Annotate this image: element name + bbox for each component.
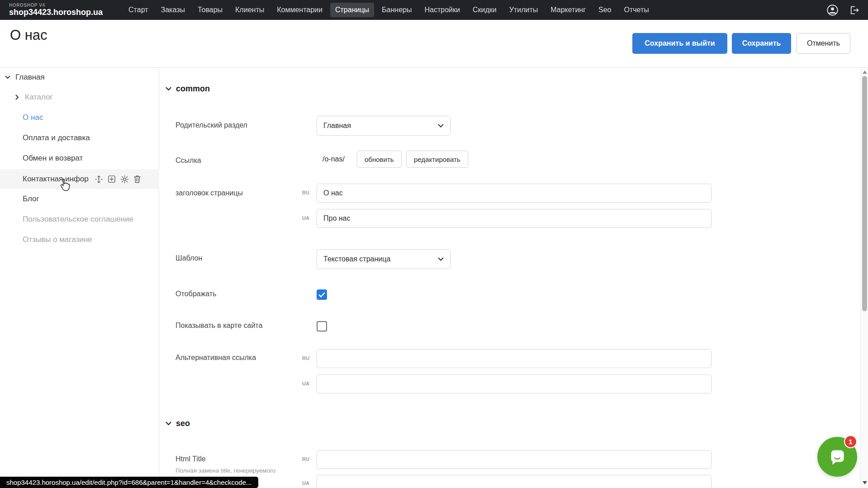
delete-trash-icon[interactable] [133,175,142,184]
lang-tag-ua: UA [299,381,313,386]
cancel-button[interactable]: Отменить [797,33,850,54]
top-nav-bar: HOROSHOP V4 shop34423.horoshop.ua Старт … [0,0,868,20]
nav-item-comments[interactable]: Комментарии [272,3,327,17]
lang-tag-ua: UA [299,480,313,486]
parent-section-label: Родительский раздел [175,121,247,129]
user-account-icon[interactable] [826,4,839,16]
link-update-button[interactable]: обновить [357,151,402,168]
lang-tag-ru: RU [299,355,313,361]
sidebar-item-catalog[interactable]: Каталог [0,87,159,107]
scrollbar-thumb[interactable] [862,76,867,311]
sidebar-item-home[interactable]: Главная [0,67,159,87]
chevron-right-icon[interactable] [14,95,21,100]
sidebar-item-label: Пользовательское соглашение [23,215,133,224]
nav-item-marketing[interactable]: Маркетинг [545,3,591,17]
chat-bubble-icon [826,445,849,468]
chat-unread-badge: 1 [844,435,857,448]
html-title-hint: Полная замена title, генерируемого [175,467,275,474]
page-title-input-ru[interactable] [317,184,711,203]
parent-section-select[interactable]: Главная [317,116,451,136]
nav-item-reports[interactable]: Отчеты [619,3,654,17]
alt-link-input-ua[interactable] [317,374,711,393]
chevron-down-icon [438,124,444,128]
sidebar-item-label: Контактная инфор [23,175,89,184]
main-scrollbar[interactable] [860,68,868,488]
sidebar-item-blog[interactable]: Блог [0,189,159,209]
sidebar-item-label: О нас [23,113,43,122]
sidebar-item-label: Обмен и возврат [23,154,83,163]
nav-item-pages[interactable]: Страницы [330,3,374,17]
nav-item-settings[interactable]: Настройки [419,3,465,17]
add-subpage-icon[interactable] [107,175,116,184]
display-label: Отображать [175,290,216,298]
page-title: О нас [10,27,47,43]
main-menu: Старт Заказы Товары Клиенты Комментарии … [123,3,654,17]
chevron-down-icon [166,422,171,426]
section-seo-header[interactable]: seo [166,419,190,428]
settings-gear-icon[interactable] [120,175,129,184]
sitemap-checkbox[interactable] [317,321,327,332]
lang-tag-ru: RU [299,456,313,462]
chevron-down-icon[interactable] [4,76,11,79]
sidebar-item-payment-delivery[interactable]: Оплата и доставка [0,128,159,148]
nav-item-clients[interactable]: Клиенты [230,3,269,17]
alt-link-label: Альтернативная ссылка [175,354,256,362]
logout-icon[interactable] [849,5,860,16]
alt-link-input-ru[interactable] [317,349,711,368]
html-title-input-ru[interactable] [317,450,711,469]
page-title-input-ua[interactable] [317,209,711,228]
nav-item-orders[interactable]: Заказы [156,3,190,17]
scroll-up-arrow[interactable] [863,71,867,74]
check-icon [318,292,325,298]
save-button[interactable]: Сохранить [732,33,791,54]
link-edit-button[interactable]: редактировать [406,151,468,168]
sidebar-item-label: Блог [23,194,39,204]
template-label: Шаблон [175,254,202,262]
nav-item-start[interactable]: Старт [123,3,153,17]
sidebar-item-contact-info[interactable]: Контактная инфор [0,169,159,189]
template-select[interactable]: Текстовая страница [317,249,451,269]
save-and-exit-button[interactable]: Сохранить и выйти [632,33,727,54]
chevron-down-icon [166,87,171,91]
sidebar-item-store-reviews[interactable]: Отзывы о магазине [0,230,159,250]
sidebar-item-label: Оплата и доставка [23,133,90,142]
sidebar-item-label: Отзывы о магазине [23,235,92,244]
lang-tag-ua: UA [299,215,313,221]
nav-item-banners[interactable]: Баннеры [377,3,417,17]
nav-item-seo[interactable]: Seo [593,3,616,17]
display-checkbox[interactable] [317,289,327,300]
brand-domain-label: shop34423.horoshop.ua [9,8,103,17]
sitemap-label: Показывать в карте сайта [175,322,262,330]
sidebar-item-about[interactable]: О нас [0,108,159,128]
link-label: Ссылка [175,156,201,165]
move-item-icon[interactable] [94,175,104,184]
nav-item-discounts[interactable]: Скидки [468,3,502,17]
brand-logo[interactable]: HOROSHOP V4 shop34423.horoshop.ua [9,3,103,16]
page-title-label: заголовок страницы [175,189,243,197]
html-title-input-ua[interactable] [317,475,711,488]
nav-item-utilities[interactable]: Утилиты [504,3,543,17]
scroll-down-arrow[interactable] [863,481,867,484]
sidebar-item-label: Каталог [25,93,53,102]
sidebar-item-exchange-return[interactable]: Обмен и возврат [0,148,159,168]
horoshop-admin-screen: HOROSHOP V4 shop34423.horoshop.ua Старт … [0,0,868,488]
sidebar-item-user-agreement[interactable]: Пользовательское соглашение [0,209,159,229]
link-preview-statusbar: shop34423.horoshop.ua/edit/edit.php?id=6… [0,477,258,488]
section-common-header[interactable]: common [166,84,210,94]
nav-item-products[interactable]: Товары [193,3,228,17]
lang-tag-ru: RU [299,190,313,195]
sidebar-item-label: Главная [15,73,45,82]
link-path-value: /o-nas/ [323,155,345,163]
html-title-label: Html Title [175,455,206,463]
chevron-down-icon [438,257,444,261]
